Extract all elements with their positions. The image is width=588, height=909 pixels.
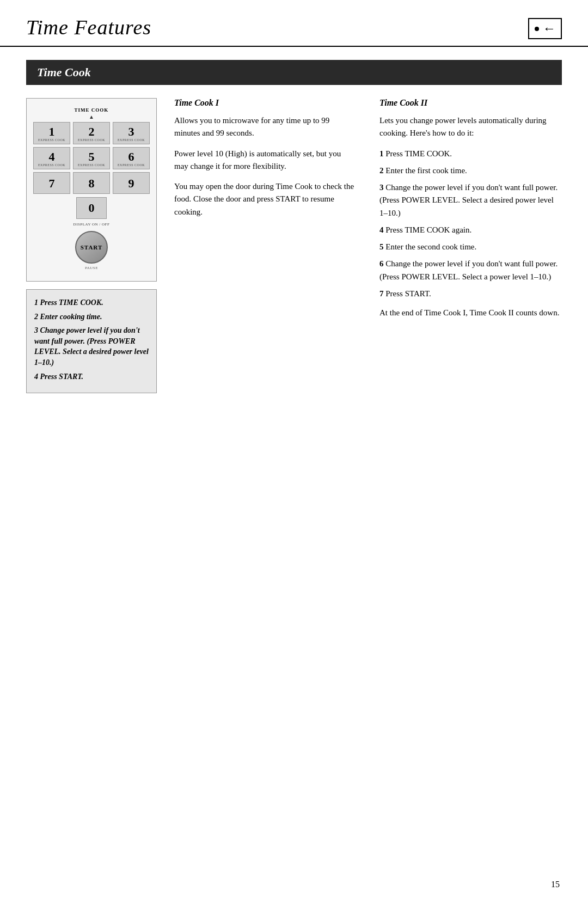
keypad-grid: 1 EXPRESS COOK 2 EXPRESS COOK 3 EXPRESS … xyxy=(33,122,150,194)
left-step-1: 1 Press TIME COOK. xyxy=(34,297,149,308)
left-step-2: 2 Enter cooking time. xyxy=(34,312,149,322)
pause-label: PAUSE xyxy=(85,266,98,270)
key-2-number: 2 xyxy=(89,126,95,138)
key-8-number: 8 xyxy=(89,178,95,190)
key-3-sub: EXPRESS COOK xyxy=(118,138,145,142)
start-btn-wrap: START PAUSE xyxy=(33,231,150,270)
header-arrow-icon: ← xyxy=(542,21,555,36)
middle-column: Time Cook I Allows you to microwave for … xyxy=(174,98,362,393)
tc2-step-1: 1 Press TIME COOK. xyxy=(379,148,562,160)
timecook2-title: Time Cook II xyxy=(379,98,562,108)
tc2-step-7: 7 Press START. xyxy=(379,288,562,300)
tc2-step-4: 4 Press TIME COOK again. xyxy=(379,224,562,236)
start-label: START xyxy=(81,244,102,251)
key-2-sub: EXPRESS COOK xyxy=(78,138,105,142)
start-button[interactable]: START xyxy=(75,231,108,264)
key-1-sub: EXPRESS COOK xyxy=(38,138,65,142)
key-5-sub: EXPRESS COOK xyxy=(78,163,105,167)
right-column: Time Cook II Lets you change power level… xyxy=(379,98,562,393)
key-1-number: 1 xyxy=(49,126,55,138)
timecook-label: TIME COOK xyxy=(33,107,150,113)
key-6-sub: EXPRESS COOK xyxy=(118,163,145,167)
key-0-number: 0 xyxy=(89,201,95,215)
key-1[interactable]: 1 EXPRESS COOK xyxy=(33,122,70,144)
zero-row: 0 xyxy=(33,197,150,219)
key-2[interactable]: 2 EXPRESS COOK xyxy=(73,122,110,144)
key-3[interactable]: 3 EXPRESS COOK xyxy=(113,122,150,144)
timecook1-para-3: You may open the door during Time Cook t… xyxy=(174,180,357,218)
key-7[interactable]: 7 xyxy=(33,172,70,194)
key-0[interactable]: 0 xyxy=(76,197,107,219)
main-content: TIME COOK ▲ 1 EXPRESS COOK 2 EXPRESS COO… xyxy=(0,85,588,406)
key-7-number: 7 xyxy=(49,178,55,190)
timecook1-para-1: Allows you to microwave for any time up … xyxy=(174,114,357,140)
page-number: 15 xyxy=(551,880,560,889)
key-3-number: 3 xyxy=(128,126,134,138)
key-4-number: 4 xyxy=(49,151,55,163)
timecook1-para-2: Power level 10 (High) is automatically s… xyxy=(174,148,357,173)
key-4[interactable]: 4 EXPRESS COOK xyxy=(33,147,70,169)
timecook2-footer: At the end of Time Cook I, Time Cook II … xyxy=(379,307,562,319)
tc2-step-6: 6 Change the power level if you don't wa… xyxy=(379,258,562,283)
key-8[interactable]: 8 xyxy=(73,172,110,194)
display-onoff-label: DISPLAY ON / OFF xyxy=(33,222,150,227)
header-icon: ← xyxy=(528,18,562,39)
page-title: Time Features xyxy=(26,15,151,39)
key-6[interactable]: 6 EXPRESS COOK xyxy=(113,147,150,169)
timecook2-steps: 1 Press TIME COOK. 2 Enter the first coo… xyxy=(379,148,562,301)
key-9-number: 9 xyxy=(128,178,134,190)
tc2-step-3: 3 Change the power level if you don't wa… xyxy=(379,181,562,219)
key-5-number: 5 xyxy=(89,151,95,163)
section-title-label: Time Cook xyxy=(37,65,91,79)
left-step-4: 4 Press START. xyxy=(34,371,149,382)
timecook1-title: Time Cook I xyxy=(174,98,357,108)
keypad-arrow: ▲ xyxy=(33,114,150,120)
page-header: Time Features ← xyxy=(0,0,588,47)
header-dot-icon xyxy=(535,27,539,31)
key-9[interactable]: 9 xyxy=(113,172,150,194)
left-instructions-box: 1 Press TIME COOK. 2 Enter cooking time.… xyxy=(26,289,157,393)
left-column: TIME COOK ▲ 1 EXPRESS COOK 2 EXPRESS COO… xyxy=(26,98,157,393)
section-title-bar: Time Cook xyxy=(26,60,562,85)
left-step-3: 3 Change power level if you don't want f… xyxy=(34,325,149,368)
tc2-step-5: 5 Enter the second cook time. xyxy=(379,241,562,253)
key-4-sub: EXPRESS COOK xyxy=(38,163,65,167)
keypad-panel: TIME COOK ▲ 1 EXPRESS COOK 2 EXPRESS COO… xyxy=(26,98,157,282)
timecook2-intro: Lets you change power levels automatical… xyxy=(379,114,562,140)
key-6-number: 6 xyxy=(128,151,134,163)
tc2-step-2: 2 Enter the first cook time. xyxy=(379,164,562,177)
key-5[interactable]: 5 EXPRESS COOK xyxy=(73,147,110,169)
